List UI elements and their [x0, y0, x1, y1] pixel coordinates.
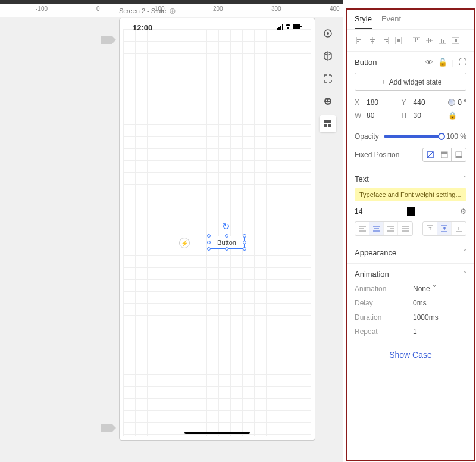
distribute-v-icon[interactable] — [450, 35, 462, 46]
svg-rect-28 — [415, 38, 416, 42]
fixed-position-label: Fixed Position — [355, 151, 399, 159]
anim-repeat-value[interactable]: 1 — [413, 327, 466, 336]
chevron-up-icon[interactable]: ˄ — [463, 175, 466, 183]
typeface-dropdown[interactable]: Typeface and Font weight setting... — [355, 188, 466, 201]
svg-rect-16 — [357, 39, 361, 40]
gear-icon[interactable]: ⚙ — [460, 207, 466, 216]
svg-rect-1 — [278, 27, 280, 30]
text-section-label: Text — [355, 174, 369, 183]
svg-point-10 — [326, 100, 327, 101]
coord-w-key: W — [355, 111, 363, 120]
svg-point-9 — [324, 98, 331, 105]
coord-w-value[interactable]: 80 — [367, 111, 398, 120]
tab-event[interactable]: Event — [381, 14, 401, 29]
layout-icon[interactable] — [320, 116, 336, 132]
fixed-bottom-icon[interactable] — [452, 148, 466, 161]
fixed-none-icon[interactable] — [423, 148, 437, 161]
text-valign-middle-icon[interactable] — [437, 222, 452, 235]
fullscreen-icon[interactable]: ⛶ — [459, 58, 466, 67]
screen-menu-icon[interactable]: ⊕ — [169, 6, 176, 15]
opacity-value[interactable]: 100 % — [446, 132, 466, 141]
svg-rect-44 — [456, 156, 462, 158]
expand-icon[interactable] — [320, 70, 336, 87]
showcase-link[interactable]: Show Case — [347, 342, 474, 362]
align-bottom-icon[interactable] — [437, 35, 449, 46]
text-align-left-icon[interactable] — [355, 222, 369, 235]
anim-type-key: Animation — [355, 285, 408, 293]
phone-frame: 12:00 ↻ ⚡ Button — [119, 18, 315, 441]
distribute-h-icon[interactable] — [393, 35, 405, 46]
visibility-icon[interactable]: 👁 — [425, 58, 433, 67]
coord-h-value[interactable]: 30 — [414, 111, 445, 120]
coord-y-value[interactable]: 440 — [414, 98, 445, 107]
fixed-top-icon[interactable] — [437, 148, 452, 161]
coord-h-key: H — [402, 111, 410, 120]
font-size-value[interactable]: 14 — [355, 207, 362, 216]
appearance-section[interactable]: Appearance ˅ — [347, 242, 474, 264]
align-top-icon[interactable] — [411, 35, 422, 46]
page-marker[interactable] — [101, 424, 112, 432]
font-color-swatch[interactable] — [407, 207, 415, 216]
rotation-indicator-icon[interactable] — [448, 99, 455, 106]
svg-rect-34 — [441, 39, 442, 43]
svg-line-40 — [427, 152, 433, 158]
align-right-icon[interactable] — [380, 35, 392, 46]
add-state-label: Add widget state — [389, 78, 442, 86]
add-widget-state-button[interactable]: ＋ Add widget state — [355, 73, 466, 91]
resize-handle[interactable] — [207, 234, 211, 238]
resize-handle[interactable] — [207, 241, 211, 244]
target-icon[interactable] — [320, 25, 336, 42]
coord-x-value[interactable]: 180 — [367, 98, 398, 107]
svg-rect-0 — [277, 28, 278, 30]
connector-handle-icon[interactable]: ⚡ — [179, 238, 190, 248]
svg-rect-13 — [324, 124, 327, 127]
canvas-workspace[interactable]: -100 0 100 200 300 400 Screen 2 - State … — [0, 0, 343, 462]
status-time: 12:00 — [133, 23, 152, 32]
anim-type-dropdown[interactable]: None ˅ — [413, 285, 466, 293]
svg-rect-35 — [443, 40, 444, 43]
resize-handle[interactable] — [225, 247, 228, 251]
text-valign-top-icon[interactable]: T — [423, 222, 437, 235]
page-marker[interactable] — [101, 36, 112, 44]
svg-text:T: T — [458, 226, 461, 231]
align-middle-v-icon[interactable] — [424, 35, 436, 46]
anim-delay-value[interactable]: 0ms — [413, 299, 466, 307]
svg-rect-23 — [386, 41, 388, 42]
screen-label[interactable]: Screen 2 - State ⊕ — [119, 6, 176, 15]
resize-handle[interactable] — [243, 234, 246, 238]
phone-status-bar: 12:00 — [120, 18, 315, 37]
top-bar — [0, 0, 343, 4]
rotation-value[interactable]: 0 ° — [458, 98, 466, 107]
text-valign-bottom-icon[interactable]: T — [452, 222, 466, 235]
align-left-icon[interactable] — [353, 35, 365, 46]
svg-point-11 — [328, 100, 330, 101]
rotate-icon[interactable]: ↻ — [222, 221, 230, 232]
ruler-tick: 200 — [213, 5, 223, 12]
widget-section: Button 👁 🔓 | ⛶ ＋ Add widget state X 180 … — [347, 52, 474, 126]
text-section: Text ˄ Typeface and Font weight setting.… — [347, 168, 474, 242]
svg-rect-17 — [357, 41, 359, 42]
smiley-icon[interactable] — [320, 93, 336, 110]
anim-delay-key: Delay — [355, 299, 408, 307]
resize-handle[interactable] — [225, 234, 228, 238]
text-align-justify-icon[interactable] — [398, 222, 412, 235]
tab-style[interactable]: Style — [355, 14, 372, 29]
anim-duration-value[interactable]: 1000ms — [413, 313, 466, 321]
svg-rect-26 — [397, 39, 400, 42]
button-text: Button — [217, 239, 236, 246]
ruler-tick: -100 — [36, 5, 48, 12]
lock-aspect-icon[interactable]: 🔒 — [448, 111, 466, 120]
align-center-h-icon[interactable] — [367, 35, 378, 46]
animation-section: Animation ˄ Animation None ˅ Delay 0ms D… — [347, 264, 474, 342]
lock-icon[interactable]: 🔓 — [438, 58, 447, 67]
text-align-right-icon[interactable] — [384, 222, 398, 235]
svg-rect-5 — [293, 24, 300, 29]
cube-icon[interactable] — [320, 48, 336, 64]
chevron-up-icon[interactable]: ˄ — [463, 270, 466, 279]
inspector-tabs: Style Event — [347, 10, 474, 30]
opacity-slider[interactable] — [384, 135, 441, 138]
text-align-center-icon[interactable] — [369, 222, 384, 235]
resize-handle[interactable] — [243, 247, 246, 251]
resize-handle[interactable] — [207, 247, 211, 251]
resize-handle[interactable] — [243, 241, 246, 244]
